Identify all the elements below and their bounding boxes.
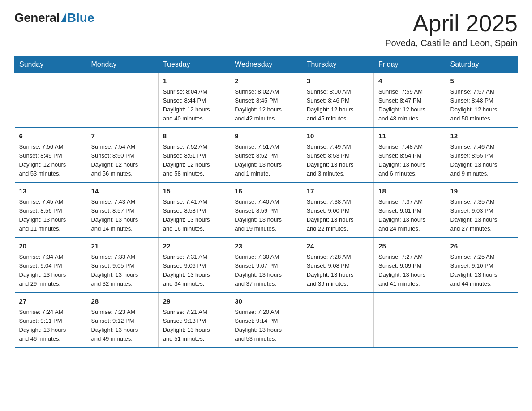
day-info: Sunrise: 7:49 AM Sunset: 8:53 PM Dayligh… — [307, 142, 369, 179]
table-row: 1Sunrise: 8:04 AM Sunset: 8:44 PM Daylig… — [158, 73, 230, 128]
table-row: 13Sunrise: 7:45 AM Sunset: 8:56 PM Dayli… — [15, 182, 86, 237]
day-number: 4 — [378, 76, 441, 86]
day-number: 11 — [378, 131, 441, 141]
day-info: Sunrise: 7:43 AM Sunset: 8:57 PM Dayligh… — [91, 197, 153, 234]
day-info: Sunrise: 7:37 AM Sunset: 9:01 PM Dayligh… — [378, 197, 441, 234]
day-info: Sunrise: 8:04 AM Sunset: 8:44 PM Dayligh… — [163, 87, 225, 124]
logo-blue-text: Blue — [67, 11, 94, 25]
table-row: 7Sunrise: 7:54 AM Sunset: 8:50 PM Daylig… — [86, 127, 158, 182]
calendar-week-row: 1Sunrise: 8:04 AM Sunset: 8:44 PM Daylig… — [15, 73, 518, 128]
table-row: 16Sunrise: 7:40 AM Sunset: 8:59 PM Dayli… — [230, 182, 302, 237]
day-info: Sunrise: 7:24 AM Sunset: 9:11 PM Dayligh… — [19, 308, 82, 344]
day-info: Sunrise: 8:02 AM Sunset: 8:45 PM Dayligh… — [235, 87, 297, 124]
page-header: General Blue April 2025 Poveda, Castille… — [14, 11, 518, 48]
day-number: 9 — [235, 131, 297, 141]
table-row — [86, 73, 158, 128]
calendar-week-row: 13Sunrise: 7:45 AM Sunset: 8:56 PM Dayli… — [15, 182, 518, 237]
table-row: 6Sunrise: 7:56 AM Sunset: 8:49 PM Daylig… — [15, 127, 86, 182]
day-number: 29 — [163, 296, 225, 307]
day-number: 16 — [235, 186, 297, 197]
table-row: 30Sunrise: 7:20 AM Sunset: 9:14 PM Dayli… — [230, 292, 302, 347]
day-number: 5 — [450, 76, 513, 86]
table-row: 3Sunrise: 8:00 AM Sunset: 8:46 PM Daylig… — [302, 73, 373, 128]
col-monday: Monday — [86, 57, 158, 73]
day-number: 6 — [19, 131, 82, 141]
calendar-week-row: 27Sunrise: 7:24 AM Sunset: 9:11 PM Dayli… — [15, 292, 518, 347]
day-number: 3 — [307, 76, 369, 86]
day-info: Sunrise: 7:54 AM Sunset: 8:50 PM Dayligh… — [91, 142, 153, 179]
table-row: 5Sunrise: 7:57 AM Sunset: 8:48 PM Daylig… — [446, 73, 517, 128]
table-row — [446, 292, 517, 347]
calendar-table: Sunday Monday Tuesday Wednesday Thursday… — [14, 56, 518, 348]
table-row: 14Sunrise: 7:43 AM Sunset: 8:57 PM Dayli… — [86, 182, 158, 237]
table-row: 21Sunrise: 7:33 AM Sunset: 9:05 PM Dayli… — [86, 237, 158, 292]
day-info: Sunrise: 7:23 AM Sunset: 9:12 PM Dayligh… — [91, 308, 153, 344]
day-info: Sunrise: 7:52 AM Sunset: 8:51 PM Dayligh… — [163, 142, 225, 179]
col-tuesday: Tuesday — [158, 57, 230, 73]
day-info: Sunrise: 7:33 AM Sunset: 9:05 PM Dayligh… — [91, 253, 153, 289]
table-row: 25Sunrise: 7:27 AM Sunset: 9:09 PM Dayli… — [374, 237, 446, 292]
logo: General Blue — [14, 11, 94, 25]
table-row — [302, 292, 373, 347]
col-friday: Friday — [374, 57, 446, 73]
table-row: 15Sunrise: 7:41 AM Sunset: 8:58 PM Dayli… — [158, 182, 230, 237]
table-row: 10Sunrise: 7:49 AM Sunset: 8:53 PM Dayli… — [302, 127, 373, 182]
logo-general-text: General — [14, 11, 60, 25]
table-row: 2Sunrise: 8:02 AM Sunset: 8:45 PM Daylig… — [230, 73, 302, 128]
table-row: 22Sunrise: 7:31 AM Sunset: 9:06 PM Dayli… — [158, 237, 230, 292]
day-info: Sunrise: 8:00 AM Sunset: 8:46 PM Dayligh… — [307, 87, 369, 124]
day-number: 15 — [163, 186, 225, 197]
day-info: Sunrise: 7:56 AM Sunset: 8:49 PM Dayligh… — [19, 142, 82, 179]
calendar-week-row: 6Sunrise: 7:56 AM Sunset: 8:49 PM Daylig… — [15, 127, 518, 182]
table-row: 18Sunrise: 7:37 AM Sunset: 9:01 PM Dayli… — [374, 182, 446, 237]
day-info: Sunrise: 7:25 AM Sunset: 9:10 PM Dayligh… — [450, 253, 513, 289]
day-number: 21 — [91, 241, 153, 252]
day-number: 19 — [450, 186, 513, 197]
table-row: 4Sunrise: 7:59 AM Sunset: 8:47 PM Daylig… — [374, 73, 446, 128]
table-row: 17Sunrise: 7:38 AM Sunset: 9:00 PM Dayli… — [302, 182, 373, 237]
table-row: 28Sunrise: 7:23 AM Sunset: 9:12 PM Dayli… — [86, 292, 158, 347]
day-info: Sunrise: 7:35 AM Sunset: 9:03 PM Dayligh… — [450, 197, 513, 234]
table-row: 29Sunrise: 7:21 AM Sunset: 9:13 PM Dayli… — [158, 292, 230, 347]
logo-triangle-icon — [61, 13, 66, 22]
day-number: 10 — [307, 131, 369, 141]
day-info: Sunrise: 7:57 AM Sunset: 8:48 PM Dayligh… — [450, 87, 513, 124]
table-row: 26Sunrise: 7:25 AM Sunset: 9:10 PM Dayli… — [446, 237, 517, 292]
title-section: April 2025 Poveda, Castille and Leon, Sp… — [385, 11, 518, 48]
day-number: 1 — [163, 76, 225, 86]
day-info: Sunrise: 7:31 AM Sunset: 9:06 PM Dayligh… — [163, 253, 225, 289]
day-info: Sunrise: 7:40 AM Sunset: 8:59 PM Dayligh… — [235, 197, 297, 234]
day-number: 7 — [91, 131, 153, 141]
day-info: Sunrise: 7:28 AM Sunset: 9:08 PM Dayligh… — [307, 253, 369, 289]
day-number: 12 — [450, 131, 513, 141]
day-number: 13 — [19, 186, 82, 197]
day-info: Sunrise: 7:34 AM Sunset: 9:04 PM Dayligh… — [19, 253, 82, 289]
table-row: 11Sunrise: 7:48 AM Sunset: 8:54 PM Dayli… — [374, 127, 446, 182]
calendar-header-row: Sunday Monday Tuesday Wednesday Thursday… — [15, 57, 518, 73]
day-info: Sunrise: 7:59 AM Sunset: 8:47 PM Dayligh… — [378, 87, 441, 124]
day-info: Sunrise: 7:30 AM Sunset: 9:07 PM Dayligh… — [235, 253, 297, 289]
day-number: 25 — [378, 241, 441, 252]
day-number: 20 — [19, 241, 82, 252]
day-info: Sunrise: 7:46 AM Sunset: 8:55 PM Dayligh… — [450, 142, 513, 179]
day-info: Sunrise: 7:27 AM Sunset: 9:09 PM Dayligh… — [378, 253, 441, 289]
day-info: Sunrise: 7:21 AM Sunset: 9:13 PM Dayligh… — [163, 308, 225, 344]
col-sunday: Sunday — [15, 57, 86, 73]
day-info: Sunrise: 7:48 AM Sunset: 8:54 PM Dayligh… — [378, 142, 441, 179]
day-number: 27 — [19, 296, 82, 307]
calendar-week-row: 20Sunrise: 7:34 AM Sunset: 9:04 PM Dayli… — [15, 237, 518, 292]
table-row: 23Sunrise: 7:30 AM Sunset: 9:07 PM Dayli… — [230, 237, 302, 292]
table-row: 20Sunrise: 7:34 AM Sunset: 9:04 PM Dayli… — [15, 237, 86, 292]
day-number: 14 — [91, 186, 153, 197]
location-title: Poveda, Castille and Leon, Spain — [385, 38, 518, 48]
day-number: 23 — [235, 241, 297, 252]
day-number: 30 — [235, 296, 297, 307]
day-number: 24 — [307, 241, 369, 252]
table-row: 19Sunrise: 7:35 AM Sunset: 9:03 PM Dayli… — [446, 182, 517, 237]
table-row: 12Sunrise: 7:46 AM Sunset: 8:55 PM Dayli… — [446, 127, 517, 182]
day-number: 18 — [378, 186, 441, 197]
day-number: 2 — [235, 76, 297, 86]
col-wednesday: Wednesday — [230, 57, 302, 73]
day-info: Sunrise: 7:51 AM Sunset: 8:52 PM Dayligh… — [235, 142, 297, 179]
day-number: 17 — [307, 186, 369, 197]
